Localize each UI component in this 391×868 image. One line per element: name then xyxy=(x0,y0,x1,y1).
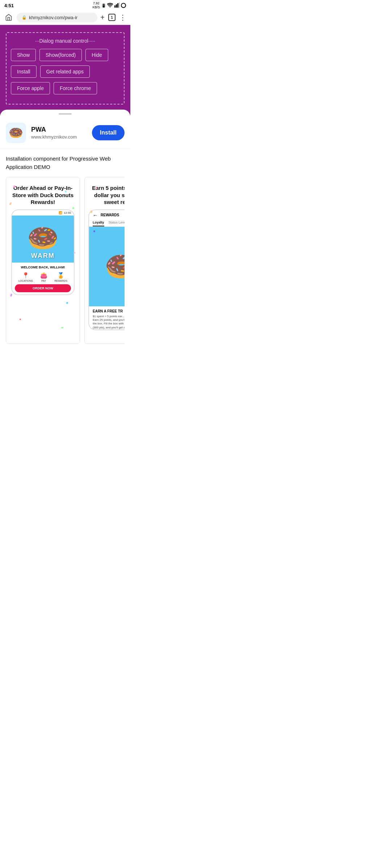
welcome-text: WELCOME BACK, WILLIAM! xyxy=(15,265,71,269)
description: Installation component for Progressive W… xyxy=(6,155,125,171)
app-info: PWA www.khmyznikov.com xyxy=(31,126,87,140)
phone-bottom: WELCOME BACK, WILLIAM! 📍 LOCATIONS 👛 PAY xyxy=(12,263,74,294)
force-apple-button[interactable]: Force apple xyxy=(11,82,50,94)
get-related-apps-button[interactable]: Get related apps xyxy=(40,65,90,78)
home-button[interactable] xyxy=(4,12,14,22)
svg-rect-2 xyxy=(117,3,118,8)
wifi-icon xyxy=(107,3,113,8)
screenshot-card-1: Order Ahead or Pay-In-Store with Duck Do… xyxy=(6,177,80,344)
phone-status-bar: 📶 12:30 xyxy=(12,210,74,216)
hide-button[interactable]: Hide xyxy=(85,49,108,61)
nav-rewards: 🏅 REWARDS xyxy=(55,272,68,282)
screenshot-1-title: Order Ahead or Pay-In-Store with Duck Do… xyxy=(6,177,80,209)
warm-label: WARM xyxy=(31,252,55,260)
dialog-control-box: ···Dialog manual control····· Show Show(… xyxy=(6,32,125,105)
bottom-sheet: 🍩 PWA www.khmyznikov.com Install Install… xyxy=(0,110,130,344)
signal-icon xyxy=(114,3,119,8)
status-icons: 7.92KB/S 📳 xyxy=(92,1,126,9)
status-levels-tab: Status Levels xyxy=(109,221,125,226)
donut-image-area: 🍩 WARM xyxy=(12,216,74,263)
donut-phone-mockup: 📶 12:30 🍩 WARM WELCOME BACK, WILLIAM! 📍 xyxy=(11,209,75,295)
screenshots-row: Order Ahead or Pay-In-Store with Duck Do… xyxy=(6,177,125,344)
nav-locations: 📍 LOCATIONS xyxy=(18,272,33,282)
circle-icon xyxy=(121,3,126,8)
app-name: PWA xyxy=(31,126,87,133)
install-button[interactable]: Install xyxy=(92,125,125,140)
donut-box-icon: 🍩 xyxy=(105,251,125,282)
nav-icons: 📍 LOCATIONS 👛 PAY 🏅 REWARDS xyxy=(15,272,71,282)
install-banner: 🍩 PWA www.khmyznikov.com Install xyxy=(0,120,130,149)
svg-rect-1 xyxy=(116,4,117,8)
rewards-title: REWARDS xyxy=(101,213,119,217)
rewards-phone: ← REWARDS Loyalty Status Levels 🍩 EARN A… xyxy=(88,209,125,331)
lock-icon: 🔒 xyxy=(22,15,27,20)
rewards-tabs: Loyalty Status Levels xyxy=(89,221,125,227)
tab-count-button[interactable]: 1 xyxy=(108,14,115,21)
browser-actions: + 1 ⋮ xyxy=(100,13,127,22)
show-button[interactable]: Show xyxy=(11,49,36,61)
loyalty-tab: Loyalty xyxy=(93,221,104,226)
rewards-blue-area: 🍩 xyxy=(89,227,125,306)
app-icon: 🍩 xyxy=(6,123,26,143)
main-content: Installation component for Progressive W… xyxy=(0,149,130,344)
force-chrome-button[interactable]: Force chrome xyxy=(54,82,97,94)
sheet-handle xyxy=(59,113,72,115)
button-row-1: Show Show(forced) Hide xyxy=(11,49,119,61)
app-url: www.khmyznikov.com xyxy=(31,134,87,140)
browser-bar: 🔒 khmyznikov.com/pwa-ir + 1 ⋮ xyxy=(0,10,130,25)
button-row-2: Install Get related apps xyxy=(11,65,119,78)
add-tab-button[interactable]: + xyxy=(100,13,105,22)
button-row-3: Force apple Force chrome xyxy=(11,82,119,94)
show-forced-button[interactable]: Show(forced) xyxy=(39,49,82,61)
install-control-button[interactable]: Install xyxy=(11,65,37,78)
status-time: 4:51 xyxy=(4,3,14,8)
menu-button[interactable]: ⋮ xyxy=(119,13,127,22)
screenshot-2-title: Earn 5 points for every dollar you spend… xyxy=(85,177,125,209)
dialog-title: ···Dialog manual control····· xyxy=(11,38,119,44)
back-icon: ← xyxy=(93,212,98,218)
earn-free-text: EARN A FREE TR xyxy=(89,306,125,315)
status-bar: 4:51 7.92KB/S 📳 xyxy=(0,0,130,10)
url-bar[interactable]: 🔒 khmyznikov.com/pwa-ir xyxy=(17,13,97,22)
nav-pay: 👛 PAY xyxy=(40,272,47,282)
screenshot-card-2: Earn 5 points for every dollar you spend… xyxy=(84,177,125,344)
rewards-top-bar: ← REWARDS xyxy=(89,210,125,221)
purple-section: ···Dialog manual control····· Show Show(… xyxy=(0,25,130,115)
network-speed: 7.92KB/S xyxy=(92,1,100,9)
earn-desc: $1 spent = 5 points ear...Earn 25 points… xyxy=(89,315,125,330)
vibrate-icon: 📳 xyxy=(101,4,106,8)
order-now-button: ORDER NOW xyxy=(15,284,71,292)
svg-rect-3 xyxy=(119,3,119,8)
url-text: khmyznikov.com/pwa-ir xyxy=(29,15,77,20)
svg-rect-0 xyxy=(114,5,115,8)
